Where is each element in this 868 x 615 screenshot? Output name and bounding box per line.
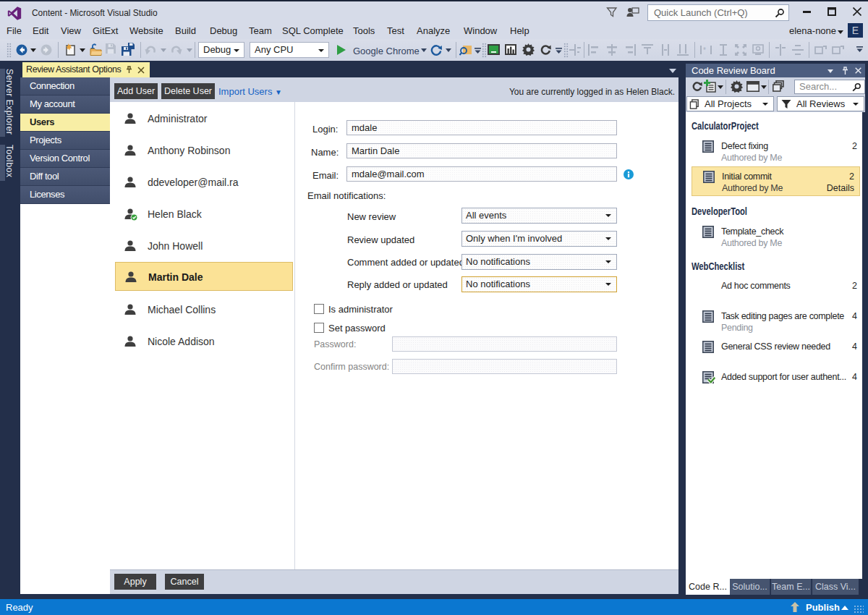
svg-text:*: * — [703, 46, 706, 54]
